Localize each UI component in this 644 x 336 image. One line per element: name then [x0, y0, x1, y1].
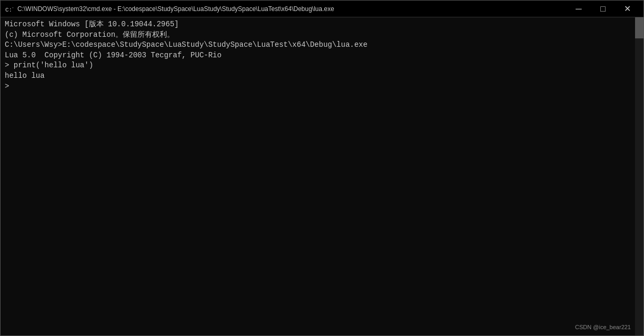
maximize-button[interactable]: □ [591, 1, 615, 17]
svg-text:C:\: C:\ [5, 7, 13, 13]
minimize-button[interactable]: ─ [567, 1, 591, 17]
terminal-body[interactable]: Microsoft Windows [版本 10.0.19044.2965](c… [1, 17, 643, 335]
window-title: C:\WINDOWS\system32\cmd.exe - E:\codespa… [17, 5, 567, 13]
terminal-line: hello lua [5, 71, 639, 82]
terminal-line: Microsoft Windows [版本 10.0.19044.2965] [5, 19, 639, 30]
titlebar: C:\ C:\WINDOWS\system32\cmd.exe - E:\cod… [1, 1, 643, 17]
terminal-line: C:\Users\Wsy>E:\codespace\StudySpace\Lua… [5, 40, 639, 50]
scrollbar[interactable] [635, 17, 643, 335]
app-icon: C:\ [5, 5, 13, 13]
watermark: CSDN @ice_bear221 [575, 323, 631, 331]
cmd-window: C:\ C:\WINDOWS\system32\cmd.exe - E:\cod… [0, 0, 644, 336]
window-controls: ─ □ ✕ [567, 1, 639, 17]
terminal-line: > [5, 82, 639, 92]
close-button[interactable]: ✕ [615, 1, 639, 17]
terminal-content: Microsoft Windows [版本 10.0.19044.2965](c… [5, 19, 639, 91]
terminal-line: Lua 5.0 Copyright (C) 1994-2003 Tecgraf,… [5, 50, 639, 61]
scrollbar-thumb[interactable] [635, 17, 643, 38]
terminal-line: > print('hello lua') [5, 60, 639, 71]
terminal-line: (c) Microsoft Corporation。保留所有权利。 [5, 30, 639, 40]
